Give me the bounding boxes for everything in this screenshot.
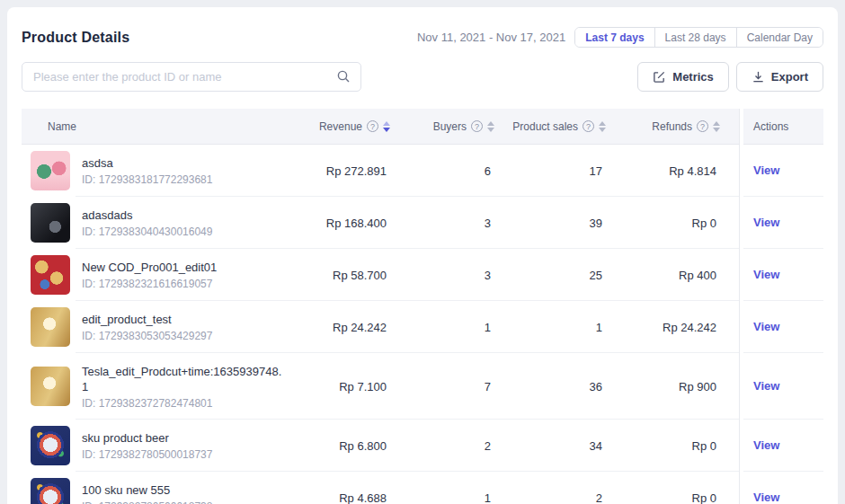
- table-row: sku product beer ID: 1729382780500018737…: [22, 420, 823, 472]
- revenue-value: Rp 168.400: [300, 217, 401, 230]
- export-button-label: Export: [771, 70, 808, 84]
- refunds-value: Rp 24.242: [624, 321, 739, 334]
- metrics-button-label: Metrics: [672, 70, 714, 84]
- view-link[interactable]: View: [753, 164, 779, 177]
- column-header-buyers: Buyers ?: [401, 120, 512, 133]
- column-header-actions: Actions: [743, 109, 823, 145]
- page-title: Product Details: [22, 30, 129, 46]
- view-link[interactable]: View: [753, 491, 779, 504]
- product-name: sku product beer: [82, 430, 212, 446]
- column-header-product-sales: Product sales ?: [512, 120, 624, 133]
- product-name: New COD_Pro001_edit01: [82, 260, 217, 275]
- product-thumbnail-gold-watch: [31, 307, 70, 347]
- refunds-value: Rp 0: [624, 491, 739, 504]
- product-id: ID: 1729382780500018738: [82, 500, 212, 504]
- product-sales-value: 39: [512, 217, 624, 230]
- product-name: 100 sku new 555: [82, 482, 212, 498]
- product-details-card: Product Details Nov 11, 2021 - Nov 17, 2…: [7, 7, 838, 504]
- column-label-product-sales: Product sales: [512, 120, 578, 133]
- product-sales-value: 2: [512, 491, 624, 504]
- table-row: asdsa ID: 1729383181772293681 Rp 272.891…: [22, 145, 823, 197]
- filter-last-7-days[interactable]: Last 7 days: [575, 28, 654, 47]
- action-buttons: Metrics Export: [637, 62, 823, 92]
- table-row: New COD_Pro001_edit01 ID: 17293823216166…: [22, 249, 823, 301]
- product-sales-value: 17: [512, 164, 624, 178]
- revenue-value: Rp 7.100: [300, 380, 401, 393]
- product-id: ID: 1729383040430016049: [82, 225, 212, 238]
- column-label-refunds: Refunds: [652, 120, 692, 133]
- buyers-value: 2: [401, 439, 512, 453]
- product-thumbnail-black-camera: [31, 203, 70, 243]
- view-link[interactable]: View: [753, 216, 779, 229]
- column-label-buyers: Buyers: [433, 120, 467, 133]
- date-filter-group: Last 7 days Last 28 days Calendar Day: [574, 27, 823, 48]
- product-id: ID: 1729383181772293681: [82, 173, 212, 186]
- filter-calendar-day[interactable]: Calendar Day: [736, 28, 823, 47]
- buyers-value: 3: [401, 217, 512, 230]
- buyers-value: 1: [401, 491, 512, 504]
- refunds-value: Rp 0: [624, 439, 739, 453]
- buyers-value: 6: [401, 164, 512, 178]
- metrics-button[interactable]: Metrics: [637, 62, 729, 92]
- view-link[interactable]: View: [753, 320, 779, 333]
- refunds-value: Rp 4.814: [624, 164, 739, 178]
- sorter-caret-icon[interactable]: [383, 121, 390, 132]
- sorter-caret-icon[interactable]: [713, 121, 720, 132]
- search-icon[interactable]: [336, 69, 351, 84]
- table-header-row: Name Revenue ? Buyers ? Product sales ?: [22, 109, 823, 145]
- topbar: Product Details Nov 11, 2021 - Nov 17, 2…: [7, 7, 838, 48]
- question-circle-icon[interactable]: ?: [583, 120, 594, 132]
- revenue-value: Rp 272.891: [300, 164, 401, 178]
- search-input[interactable]: [22, 62, 361, 92]
- revenue-value: Rp 6.800: [300, 439, 401, 453]
- product-thumbnail-blue-colorful-ring: [31, 426, 70, 465]
- search-box: [22, 62, 361, 92]
- refunds-value: Rp 400: [624, 269, 739, 282]
- question-circle-icon[interactable]: ?: [697, 120, 708, 132]
- column-header-revenue: Revenue ?: [300, 120, 401, 133]
- table-row: adasdads ID: 1729383040430016049 Rp 168.…: [22, 197, 823, 249]
- refunds-value: Rp 900: [624, 380, 739, 393]
- products-table: Name Revenue ? Buyers ? Product sales ?: [22, 109, 823, 504]
- edit-square-icon: [653, 70, 666, 84]
- question-circle-icon[interactable]: ?: [367, 120, 378, 132]
- column-header-refunds: Refunds ?: [624, 120, 739, 133]
- product-id: ID: 1729382372782474801: [82, 397, 287, 410]
- product-thumbnail-red-gift-box: [31, 255, 70, 295]
- table-row: 100 sku new 555 ID: 1729382780500018738 …: [22, 472, 823, 504]
- product-name: adasdads: [82, 208, 212, 223]
- product-id: ID: 1729382321616619057: [82, 278, 217, 290]
- product-sales-value: 25: [512, 269, 624, 282]
- download-icon: [752, 70, 765, 84]
- revenue-value: Rp 58.700: [300, 269, 401, 282]
- date-controls: Nov 11, 2021 - Nov 17, 2021 Last 7 days …: [417, 27, 823, 48]
- revenue-value: Rp 24.242: [300, 321, 401, 334]
- column-header-name: Name: [22, 120, 300, 133]
- view-link[interactable]: View: [753, 438, 779, 452]
- sorter-caret-icon[interactable]: [599, 121, 606, 132]
- table-row: Tesla_edit_Prodcut+time:1635939748.1 ID:…: [22, 353, 823, 420]
- product-id: ID: 1729382780500018737: [82, 448, 212, 461]
- product-sales-value: 1: [512, 321, 624, 334]
- product-name: asdsa: [82, 155, 212, 171]
- table-row: edit_product_test ID: 172938305305342929…: [22, 301, 823, 353]
- column-label-revenue: Revenue: [319, 120, 362, 133]
- toolbar: Metrics Export: [7, 48, 838, 92]
- product-sales-value: 36: [512, 380, 624, 393]
- view-link[interactable]: View: [753, 268, 779, 281]
- product-name: Tesla_edit_Prodcut+time:1635939748.1: [82, 364, 287, 394]
- revenue-value: Rp 4.688: [300, 491, 401, 504]
- product-sales-value: 34: [512, 439, 624, 453]
- product-id: ID: 1729383053053429297: [82, 330, 212, 342]
- buyers-value: 3: [401, 269, 512, 282]
- product-name: edit_product_test: [82, 312, 212, 327]
- buyers-value: 7: [401, 380, 512, 393]
- question-circle-icon[interactable]: ?: [471, 120, 483, 132]
- product-thumbnail-pink-cartoon-shop: [31, 151, 70, 190]
- export-button[interactable]: Export: [736, 62, 823, 92]
- filter-last-28-days[interactable]: Last 28 days: [654, 28, 736, 47]
- product-thumbnail-blue-colorful-ring: [31, 478, 70, 504]
- view-link[interactable]: View: [753, 379, 779, 393]
- sorter-caret-icon[interactable]: [487, 121, 494, 132]
- product-thumbnail-gold-watch: [31, 367, 70, 406]
